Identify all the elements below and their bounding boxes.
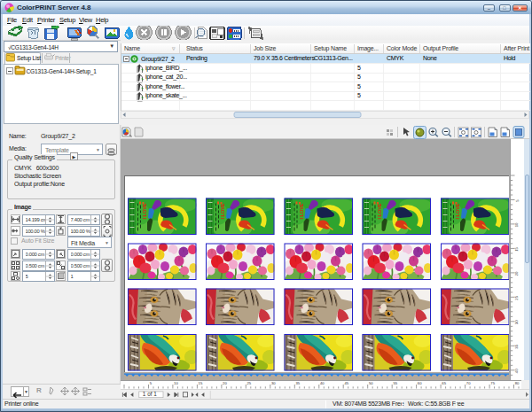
svg-text:75: 75 (490, 381, 495, 385)
svg-text:30: 30 (515, 320, 520, 324)
svg-text:65: 65 (442, 381, 446, 385)
svg-text:Printer: Printer (55, 55, 72, 61)
svg-text:CG1313-Gen4-14H-Setup_1: CG1313-Gen4-14H-Setup_1 (27, 68, 98, 75)
svg-text:80: 80 (515, 381, 520, 385)
svg-text:20: 20 (223, 381, 227, 385)
svg-text:40: 40 (320, 381, 325, 385)
svg-text:20: 20 (515, 271, 520, 276)
svg-text:10: 10 (174, 381, 178, 385)
svg-text:40: 40 (515, 369, 520, 373)
svg-text:1 of 1: 1 of 1 (143, 392, 157, 398)
svg-text:25: 25 (247, 381, 252, 385)
svg-text:50: 50 (369, 381, 373, 385)
svg-text:10: 10 (515, 222, 520, 227)
svg-text:60: 60 (418, 381, 422, 385)
svg-text:30: 30 (271, 381, 276, 385)
svg-text:5: 5 (515, 199, 520, 202)
svg-text:25: 25 (515, 295, 520, 299)
svg-text:45: 45 (344, 381, 348, 385)
svg-text:15: 15 (515, 246, 520, 251)
svg-text:55: 55 (393, 381, 397, 385)
svg-text:35: 35 (296, 381, 301, 385)
svg-text:70: 70 (466, 381, 471, 385)
svg-text:35: 35 (515, 344, 520, 348)
svg-text:15: 15 (199, 381, 203, 385)
svg-text:5: 5 (150, 381, 153, 385)
svg-text:Setup List: Setup List (17, 55, 41, 62)
